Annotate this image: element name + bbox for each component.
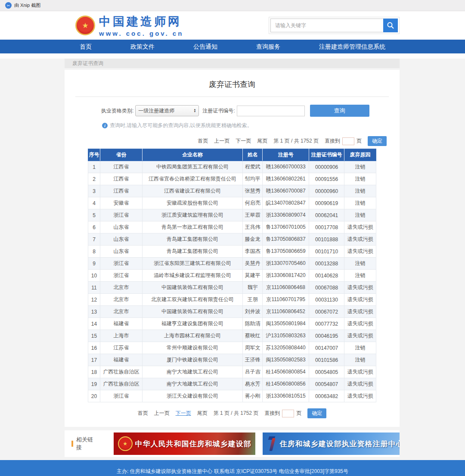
cell-company: 北京建工双兴建筑工程有限责任公司 <box>142 294 242 306</box>
cell-seq: 6 <box>88 221 100 233</box>
cell-registration-no: 鲁137060701005 <box>263 221 309 233</box>
nav-item[interactable]: 政策文件 <box>130 40 155 53</box>
pagination-next-link[interactable]: 下一页 <box>176 410 191 417</box>
cell-name: 吕子吉 <box>243 366 263 378</box>
cell-seq: 16 <box>88 342 100 354</box>
cell-province: 江西省 <box>100 161 142 173</box>
goto-confirm-button[interactable]: 确定 <box>368 136 387 146</box>
nav-item[interactable]: 公告通知 <box>193 40 217 53</box>
breadcrumb: 废弃证书查询 <box>65 59 400 68</box>
cell-name: 滕金龙 <box>243 233 263 246</box>
query-button[interactable]: 查询 <box>310 105 369 117</box>
category-select[interactable]: 一级注册建造师 ▲▼ <box>135 105 199 116</box>
pagination-prev-link[interactable]: 上一页 <box>214 137 229 145</box>
cell-name: 张慧秀 <box>243 185 263 197</box>
cell-province: 江西省 <box>100 185 142 197</box>
cell-reason: 注销 <box>344 209 376 221</box>
cell-registration-no: 浙133060809074 <box>263 209 309 221</box>
nav-item[interactable]: 查询服务 <box>256 40 280 53</box>
cell-certificate-no: 00140628 <box>309 270 344 282</box>
footer-line1: 主办: 住房和城乡建设部执业资格注册中心 联系电话 京ICP证030753号 电… <box>0 468 465 475</box>
pagination-goto: 直接到 页 <box>325 137 362 145</box>
cell-reason: 注销 <box>344 185 376 197</box>
cell-reason: 遗失或污损 <box>344 318 376 330</box>
pagination-next-link[interactable]: 下一页 <box>236 137 251 145</box>
related-links-label-wrap: 相关链接 <box>71 436 98 451</box>
pagination-first-link[interactable]: 首页 <box>138 410 148 417</box>
table-row: 5 浙江省 浙江质安建筑监理有限公司 王翠霞 浙133060809074 000… <box>88 209 376 221</box>
site-name: 中国建造师网 <box>99 14 183 29</box>
cell-name: 易水芳 <box>243 378 263 390</box>
registration-center-banner[interactable]: 住房和城乡建设部执业资格注册中心 <box>263 432 400 455</box>
cell-certificate-no: 00031130 <box>309 294 344 306</box>
table-row: 2 江西省 江西省宜春公路桥梁工程有限责任公司 邹均平 赣13606080226… <box>88 173 376 185</box>
cell-certificate-no: 00101888 <box>309 233 344 246</box>
cell-company: 中国建筑装饰工程有限公司 <box>142 306 242 318</box>
table-row: 16 江苏省 常州中顺建设有限公司 周军文 苏132050808440 0014… <box>88 342 376 354</box>
site-search <box>269 17 400 34</box>
pagination-bottom: 首页 上一页 下一页 尾页 第 1 页 / 共 1752 页 直接到 页 确定 <box>65 408 400 418</box>
cell-seq: 3 <box>88 185 100 197</box>
cell-seq: 10 <box>88 270 100 282</box>
cell-company: 浙江省东阳第三建筑工程有限公司 <box>142 258 242 270</box>
nav-item[interactable]: 注册建造师管理信息系统 <box>319 40 385 53</box>
goto-confirm-button[interactable]: 确定 <box>307 408 326 418</box>
related-links-label: 相关链接 <box>76 436 98 451</box>
pagination-last-link[interactable]: 尾页 <box>197 410 208 417</box>
cell-reason: 遗失或污损 <box>344 330 376 342</box>
table-row: 4 安徽省 安徽疏浚股份有限公司 何启亮 皖134070802847 00090… <box>88 197 376 209</box>
cell-name: 何启亮 <box>243 197 263 209</box>
cell-company: 中铁四局集团第五工程有限公司 <box>142 161 242 173</box>
cell-registration-no: 鲁137050806837 <box>263 233 309 246</box>
goto-label: 直接到 <box>325 137 340 145</box>
cell-province: 江西省 <box>100 173 142 185</box>
cell-name: 蔡映红 <box>243 330 263 342</box>
table-header-cell: 企业名称 <box>142 149 242 161</box>
pagination-prev-link[interactable]: 上一页 <box>154 410 170 417</box>
cell-name: 吴慧丹 <box>243 258 263 270</box>
cell-province: 广西壮族自治区 <box>100 378 142 390</box>
goto-label: 直接到 <box>264 410 280 417</box>
cell-certificate-no: 00067088 <box>309 282 344 294</box>
goto-page-input[interactable] <box>342 137 354 145</box>
goto-page-input[interactable] <box>282 410 294 417</box>
mohurd-banner[interactable]: 中华人民共和国住房和城乡建设部 <box>114 432 255 455</box>
table-row: 17 福建省 厦门中铁建设有限公司 王济锋 闽135050802583 0010… <box>88 354 376 366</box>
cell-province: 福建省 <box>100 354 142 366</box>
search-input[interactable] <box>270 19 383 32</box>
cell-company: 常州中顺建设有限公司 <box>142 342 242 354</box>
cell-company: 浙江质安建筑监理有限公司 <box>142 209 242 221</box>
table-row: 8 山东省 青岛建工集团有限公司 李国杰 鲁137050806659 00101… <box>88 246 376 258</box>
pagination-last-link[interactable]: 尾页 <box>257 137 267 145</box>
cell-company: 浙江天众建设有限公司 <box>142 390 242 402</box>
search-button[interactable] <box>383 19 398 32</box>
cell-company: 南宁大地建筑工程公司 <box>142 366 242 378</box>
pagination-goto: 直接到 页 <box>264 410 301 417</box>
cell-seq: 1 <box>88 161 100 173</box>
cell-certificate-no: 00000906 <box>309 161 344 173</box>
cell-certificate-no: 00101586 <box>309 354 344 366</box>
cell-reason: 遗失或污损 <box>344 294 376 306</box>
cell-name: 邹均平 <box>243 173 263 185</box>
cell-certificate-no: 00077732 <box>309 318 344 330</box>
nav-item[interactable]: 首页 <box>80 40 92 53</box>
site-logo[interactable]: 中国建造师网 www. coc. gov. cn <box>75 14 183 37</box>
table-row: 11 北京市 中国建筑装饰工程有限公司 魏宇 京111060806468 000… <box>88 282 376 294</box>
cell-seq: 19 <box>88 378 100 390</box>
cell-province: 北京市 <box>100 294 142 306</box>
cell-seq: 15 <box>88 330 100 342</box>
header-gap <box>0 53 465 59</box>
table-row: 12 北京市 北京建工双兴建筑工程有限责任公司 王朋 京111060701795… <box>88 294 376 306</box>
pagination-first-link[interactable]: 首页 <box>198 137 208 145</box>
cell-province: 山东省 <box>100 233 142 246</box>
cell-reason: 注销 <box>344 354 376 366</box>
cell-registration-no: 鲁137050806659 <box>263 246 309 258</box>
cell-name: 王朋 <box>243 294 263 306</box>
cell-reason: 遗失或污损 <box>344 221 376 233</box>
cell-reason: 注销 <box>344 258 376 270</box>
cell-reason: 注销 <box>344 270 376 282</box>
cert-number-input[interactable] <box>237 106 305 116</box>
cell-reason: 遗失或污损 <box>344 378 376 390</box>
cell-seq: 5 <box>88 209 100 221</box>
table-header-row: 序号 省份 企业名称 姓名 注册号 注册证书编号 废弃原因 <box>88 149 376 161</box>
